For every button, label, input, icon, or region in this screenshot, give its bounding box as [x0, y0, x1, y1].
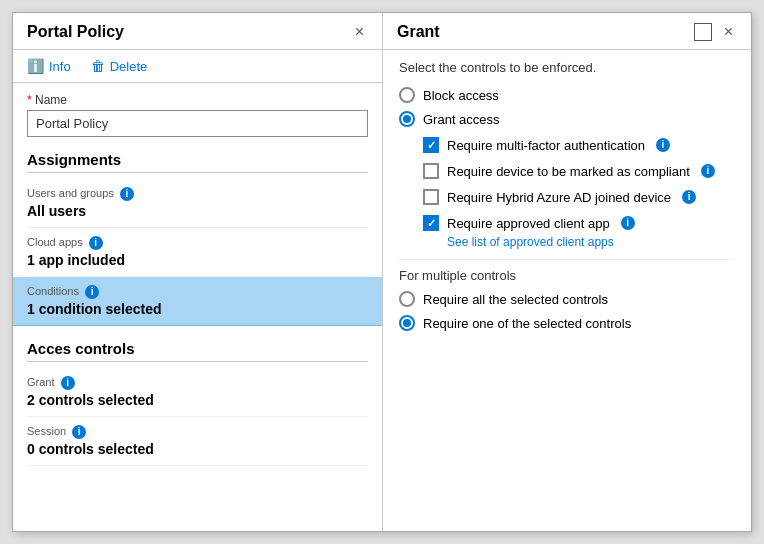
grant-access-label: Grant access — [423, 112, 500, 127]
grant-access-radio[interactable] — [399, 111, 415, 127]
info-icon: ℹ️ — [27, 58, 44, 74]
block-access-radio[interactable] — [399, 87, 415, 103]
info-toolbar-item[interactable]: ℹ️ Info — [27, 58, 71, 74]
block-access-label: Block access — [423, 88, 499, 103]
approved-app-info-icon: i — [621, 216, 635, 230]
right-body: Select the controls to be enforced. Bloc… — [383, 50, 751, 531]
approved-app-checkbox-row[interactable]: ✓ Require approved client app i — [423, 215, 735, 231]
compliant-info-icon: i — [701, 164, 715, 178]
access-controls-section-title: Acces controls — [27, 340, 368, 362]
compliant-checkbox-row[interactable]: Require device to be marked as compliant… — [423, 163, 735, 179]
hybrid-checkbox[interactable] — [423, 189, 439, 205]
assignment-row-session[interactable]: Session i 0 controls selected — [27, 417, 368, 466]
approved-apps-link[interactable]: See list of approved client apps — [447, 235, 735, 249]
hybrid-label: Require Hybrid Azure AD joined device — [447, 190, 671, 205]
grant-value: 2 controls selected — [27, 392, 368, 408]
assignments-section-title: Assignments — [27, 151, 368, 173]
name-field-label: * Name — [27, 93, 368, 107]
left-panel-title: Portal Policy — [27, 23, 124, 41]
right-panel-title: Grant — [397, 23, 440, 41]
require-one-label: Require one of the selected controls — [423, 316, 631, 331]
require-one-radio[interactable] — [399, 315, 415, 331]
hybrid-info-icon: i — [682, 190, 696, 204]
mfa-checkbox-row[interactable]: ✓ Require multi-factor authentication i — [423, 137, 735, 153]
right-panel: Grant × Select the controls to be enforc… — [383, 13, 751, 531]
conditions-info-icon: i — [85, 285, 99, 299]
require-all-radio[interactable] — [399, 291, 415, 307]
require-all-radio-row[interactable]: Require all the selected controls — [399, 291, 735, 307]
cloud-apps-info-icon: i — [89, 236, 103, 250]
multiple-controls-label: For multiple controls — [399, 268, 735, 283]
delete-toolbar-item[interactable]: 🗑 Delete — [91, 58, 148, 74]
grant-access-radio-row[interactable]: Grant access — [399, 111, 735, 127]
mfa-checkbox[interactable]: ✓ — [423, 137, 439, 153]
grant-info-icon: i — [61, 376, 75, 390]
conditions-value: 1 condition selected — [27, 301, 368, 317]
grant-access-radio-fill — [403, 115, 411, 123]
right-subtitle: Select the controls to be enforced. — [399, 60, 735, 75]
assignment-row-conditions[interactable]: Conditions i 1 condition selected — [13, 277, 382, 326]
mfa-label: Require multi-factor authentication — [447, 138, 645, 153]
users-info-icon: i — [120, 187, 134, 201]
assignment-row-grant[interactable]: Grant i 2 controls selected — [27, 368, 368, 417]
compliant-checkbox[interactable] — [423, 163, 439, 179]
block-access-radio-row[interactable]: Block access — [399, 87, 735, 103]
conditions-label: Conditions i — [27, 285, 368, 299]
assignment-row-users[interactable]: Users and groups i All users — [27, 179, 368, 228]
require-one-radio-fill — [403, 319, 411, 327]
users-groups-value: All users — [27, 203, 368, 219]
approved-app-label: Require approved client app — [447, 216, 610, 231]
right-panel-header: Grant × — [383, 13, 751, 50]
require-all-label: Require all the selected controls — [423, 292, 608, 307]
mfa-info-icon: i — [656, 138, 670, 152]
require-one-radio-row[interactable]: Require one of the selected controls — [399, 315, 735, 331]
assignment-row-cloud-apps[interactable]: Cloud apps i 1 app included — [27, 228, 368, 277]
compliant-label: Require device to be marked as compliant — [447, 164, 690, 179]
name-input[interactable] — [27, 110, 368, 137]
delete-icon: 🗑 — [91, 58, 105, 74]
left-panel-header: Portal Policy × — [13, 13, 382, 50]
right-header-buttons: × — [694, 23, 737, 41]
info-label: Info — [49, 59, 71, 74]
approved-app-checkbox[interactable]: ✓ — [423, 215, 439, 231]
divider — [399, 259, 735, 260]
grant-label: Grant i — [27, 376, 368, 390]
mfa-checkmark: ✓ — [427, 140, 436, 151]
session-label: Session i — [27, 425, 368, 439]
right-close-button[interactable]: × — [720, 23, 737, 41]
cloud-apps-value: 1 app included — [27, 252, 368, 268]
grant-checkboxes: ✓ Require multi-factor authentication i … — [423, 137, 735, 249]
left-panel: Portal Policy × ℹ️ Info 🗑 Delete * Name … — [13, 13, 383, 531]
left-body: * Name Assignments Users and groups i Al… — [13, 83, 382, 531]
left-close-button[interactable]: × — [351, 23, 368, 41]
session-value: 0 controls selected — [27, 441, 368, 457]
cloud-apps-label: Cloud apps i — [27, 236, 368, 250]
required-star: * — [27, 93, 32, 107]
session-info-icon: i — [72, 425, 86, 439]
users-groups-label: Users and groups i — [27, 187, 368, 201]
delete-label: Delete — [110, 59, 148, 74]
approved-app-checkmark: ✓ — [427, 218, 436, 229]
hybrid-checkbox-row[interactable]: Require Hybrid Azure AD joined device i — [423, 189, 735, 205]
maximize-button[interactable] — [694, 23, 712, 41]
left-toolbar: ℹ️ Info 🗑 Delete — [13, 50, 382, 83]
